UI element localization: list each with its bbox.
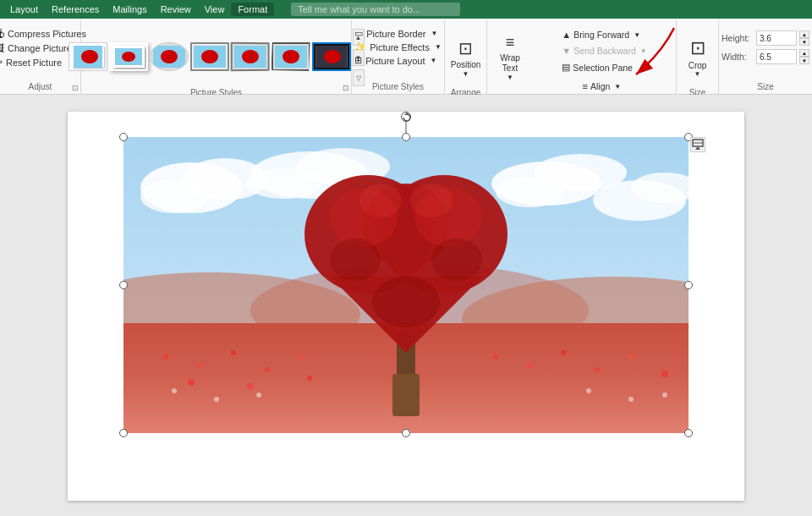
picture-effects-button[interactable]: ✨ Picture Effects ▼ [351,41,445,53]
document-page [68,112,744,501]
picture-layout-dropdown-icon: ▼ [431,57,437,64]
svg-point-64 [372,277,440,327]
styles-row-top [69,42,351,71]
send-backward-button[interactable]: ▼ Send Backward ▼ [557,43,651,58]
svg-point-40 [493,354,498,360]
crop-icon: ⊡ [690,37,705,59]
svg-point-22 [246,168,322,199]
menu-format[interactable]: Format [231,3,274,16]
crop-button[interactable]: ⊡ Crop ▼ [679,27,716,88]
document-area [0,95,812,516]
svg-marker-15 [404,113,409,115]
svg-point-50 [628,397,634,402]
picture-effects-dropdown-icon: ▼ [435,43,442,51]
svg-point-25 [496,177,563,207]
width-input[interactable] [756,49,797,64]
position-dropdown-icon: ▼ [463,70,469,78]
search-input[interactable] [291,3,460,16]
style-thumb-7[interactable] [312,42,351,71]
menu-view[interactable]: View [198,3,232,16]
svg-point-13 [324,50,341,63]
wrap-text-dropdown-icon: ▼ [507,74,513,81]
bring-forward-button[interactable]: ▲ Bring Forward ▼ [557,27,645,42]
picture-layout-button[interactable]: ⊞ Picture Layout ▼ [351,54,440,67]
svg-point-5 [161,50,178,63]
reset-picture-button[interactable]: ↩ Reset Picture [0,56,65,69]
style-thumb-5[interactable] [230,42,269,72]
change-picture-icon: 🖼 [0,42,4,54]
menu-bar: Layout References Mailings Review View F… [0,0,812,19]
height-input[interactable] [756,30,797,46]
picture-options-group-label: Picture Styles [355,82,441,94]
picture-border-button[interactable]: ▭ Picture Border ▼ [351,27,441,40]
svg-point-45 [661,371,668,377]
svg-point-3 [122,52,135,62]
size-group: Height: ▲ ▼ Width: ▲ ▼ Size [719,20,812,94]
reset-icon: ↩ [0,57,3,69]
position-button[interactable]: ⊡ Position ▼ [445,27,487,88]
width-spinner: ▲ ▼ [799,49,809,64]
bring-forward-icon: ▲ [562,30,571,40]
svg-point-33 [197,363,202,368]
compress-icon: 🗜 [0,28,4,40]
svg-point-19 [140,179,208,213]
send-backward-dropdown-icon: ▼ [640,47,647,55]
ribbon: 🗜 Compress Pictures 🖼 Change Picture ↩ R… [0,19,812,95]
change-picture-button[interactable]: 🖼 Change Picture [0,41,75,55]
svg-point-32 [163,354,168,360]
picture-options-group: ▭ Picture Border ▼ ✨ Picture Effects ▼ ⊞… [352,20,445,94]
handle-middle-right[interactable] [684,281,693,289]
selected-image-container[interactable] [123,137,689,433]
position-group: ⊡ Position ▼ Arrange [445,20,487,94]
crop-dropdown-icon: ▼ [694,70,701,78]
svg-point-47 [214,397,219,402]
menu-references[interactable]: References [45,3,106,16]
width-increment-button[interactable]: ▲ [799,49,809,57]
style-thumb-4[interactable] [190,42,229,71]
svg-point-44 [628,354,634,360]
menu-layout[interactable]: Layout [3,3,45,16]
height-increment-button[interactable]: ▲ [799,30,809,38]
style-thumb-3[interactable] [150,42,189,71]
svg-point-1 [81,50,98,63]
size-group-label: Size [722,82,809,94]
wrap-text-group: ≡ Wrap Text ▼ [487,20,533,94]
svg-point-43 [595,367,600,372]
menu-mailings[interactable]: Mailings [106,3,153,16]
svg-point-7 [201,50,218,63]
height-row: Height: ▲ ▼ [721,30,809,46]
width-row: Width: ▲ ▼ [721,49,809,64]
svg-point-36 [299,354,304,360]
svg-point-49 [586,388,591,393]
menu-review[interactable]: Review [154,3,198,16]
svg-point-37 [188,379,195,386]
handle-top-left[interactable] [119,133,128,141]
handle-top-middle[interactable] [402,133,410,141]
handle-bottom-middle[interactable] [402,429,410,437]
layout-options-icon[interactable] [690,137,705,152]
handle-bottom-left[interactable] [119,429,128,437]
height-label: Height: [721,33,754,43]
send-backward-icon: ▼ [562,46,571,56]
svg-point-46 [172,388,177,393]
align-dropdown-icon: ▼ [614,83,621,91]
svg-rect-53 [392,374,420,416]
wrap-text-button[interactable]: ≡ Wrap Text ▼ [490,27,530,88]
width-decrement-button[interactable]: ▼ [799,57,809,64]
style-thumb-1[interactable] [69,42,107,71]
style-thumb-2[interactable] [109,42,148,71]
bring-forward-dropdown-icon: ▼ [634,31,640,39]
selection-pane-button[interactable]: ▤ Selection Pane [557,59,638,75]
rotate-handle[interactable] [401,112,411,122]
handle-bottom-right[interactable] [684,429,693,437]
align-button[interactable]: ≡ Align ▼ [578,79,627,94]
position-icon: ⊡ [458,38,473,58]
height-decrement-button[interactable]: ▼ [799,38,809,46]
style-thumb-6[interactable] [272,42,310,71]
height-spinner: ▲ ▼ [799,30,809,46]
handle-middle-left[interactable] [119,281,128,289]
align-icon: ≡ [583,81,588,91]
picture-styles-expand-icon[interactable]: ⊡ [343,84,349,92]
picture-styles-group: ▲ ▼ ▽ Picture Styles ⊡ [81,20,352,94]
width-label: Width: [721,52,754,62]
